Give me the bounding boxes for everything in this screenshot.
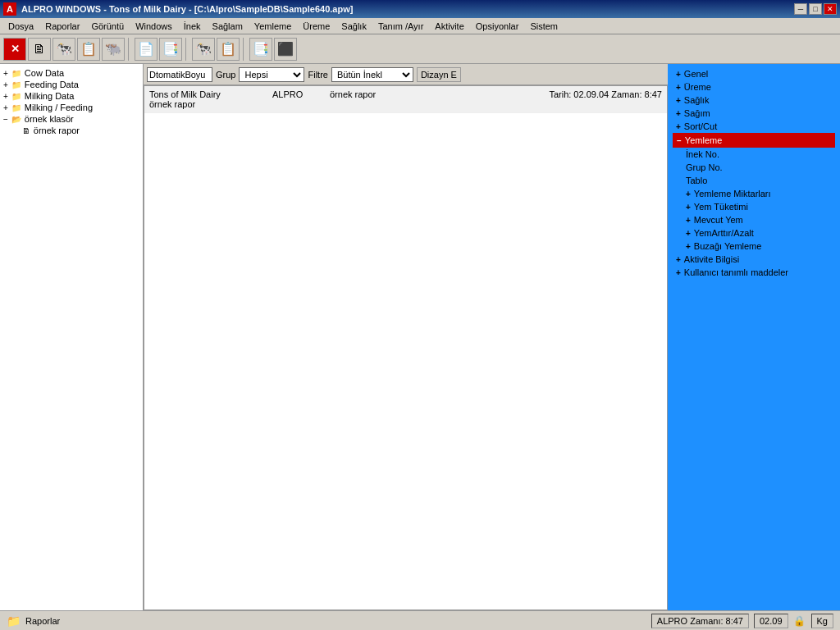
right-label-kt: Kullanıcı tanımlı maddeler (684, 267, 788, 277)
plus-icon-sagim: + (676, 109, 681, 118)
folder-icon-status: 📁 (7, 614, 21, 628)
folder-icon-feeding: 📁 (11, 80, 21, 89)
right-item-tablo[interactable]: Tablo (673, 174, 835, 187)
menu-goruntu[interactable]: Görüntü (86, 20, 129, 33)
automatik-boyu-input[interactable] (147, 67, 212, 82)
report-author-0: ALPRO (272, 89, 322, 99)
right-label-by: Buzağı Yemleme (694, 241, 762, 251)
status-date-text: 02.09 (760, 616, 783, 626)
right-label-ym: Yemleme Miktarları (694, 189, 771, 199)
right-label-yt: Yem Tüketimi (694, 202, 748, 212)
right-item-kullanici[interactable]: + Kullanıcı tanımlı maddeler (673, 266, 835, 279)
title-bar: A ALPRO WINDOWS - Tons of Milk Dairy - [… (0, 0, 840, 18)
doc-icon-or: 🗎 (22, 126, 30, 135)
menu-yemleme[interactable]: Yemleme (249, 20, 296, 33)
right-label-ureme: Üreme (684, 82, 711, 92)
main-container: + 📁 Cow Data + 📁 Feeding Data + 📁 Milkin… (0, 64, 840, 610)
tree-item-ornek-rapor[interactable]: 🗎 örnek rapor (0, 125, 143, 136)
right-item-yemleme-miktarlari[interactable]: + Yemleme Miktarları (673, 187, 835, 200)
right-label-sortcut: Sort/Cut (684, 121, 717, 131)
right-label-ab: Aktivite Bilgisi (684, 254, 739, 264)
right-label-my: Mevcut Yem (694, 215, 743, 225)
status-unit: Kg (811, 614, 833, 628)
minus-icon-yemleme: − (677, 136, 682, 145)
right-item-aktivite[interactable]: + Aktivite Bilgisi (673, 253, 835, 266)
menu-sistem[interactable]: Sistem (525, 20, 563, 33)
tree-label-cow-data: Cow Data (25, 68, 64, 78)
menu-windows[interactable]: Windows (130, 20, 177, 33)
toolbar-btn-cow[interactable]: 🐄 (52, 38, 75, 61)
tree-item-feeding-data[interactable]: + 📁 Feeding Data (0, 79, 143, 90)
menu-ureme[interactable]: Üreme (298, 20, 335, 33)
right-item-yemarttir[interactable]: + YemArttır/Azalt (673, 226, 835, 240)
right-item-genel[interactable]: + Genel (673, 67, 835, 80)
tree-item-ornek-klasor[interactable]: − 📂 örnek klasör (0, 113, 143, 125)
filter-dropdown[interactable]: Bütün İnekl (331, 67, 413, 82)
group-dropdown[interactable]: Hepsi (239, 67, 304, 82)
toolbar-btn-9[interactable]: 📋 (217, 38, 240, 61)
right-label-sagim: Sağım (684, 108, 710, 118)
plus-icon-by: + (686, 242, 691, 251)
toolbar-btn-copy[interactable]: 🗎 (28, 38, 51, 61)
toolbar-btn-cut[interactable]: ✕ (3, 38, 26, 61)
right-label-tablo: Tablo (686, 176, 707, 185)
report-item-0[interactable]: Tons of Milk Dairyörnek rapor ALPRO örne… (144, 86, 667, 113)
tree-item-milking-data[interactable]: + 📁 Milking Data (0, 90, 143, 102)
toolbar-btn-5[interactable]: 🐃 (102, 38, 125, 61)
right-item-inek-no[interactable]: İnek No. (673, 148, 835, 161)
close-button[interactable]: ✕ (824, 3, 837, 15)
menu-dosya[interactable]: Dosya (3, 20, 39, 33)
report-desc-0: örnek rapor (330, 89, 506, 99)
toolbar: ✕ 🗎 🐄 📋 🐃 📄 📑 🐄 📋 📑 ⬛ (0, 34, 840, 64)
lock-icon: 🔒 (793, 614, 806, 628)
tree-label-ornek-rapor: örnek rapor (34, 126, 80, 135)
tree-label-milking-feeding: Milking / Feeding (25, 103, 93, 112)
right-item-sagim[interactable]: + Sağım (673, 107, 835, 120)
right-item-ureme[interactable]: + Üreme (673, 80, 835, 94)
right-item-mevcut-yem[interactable]: + Mevcut Yem (673, 213, 835, 226)
report-name-0: Tons of Milk Dairyörnek rapor (149, 89, 264, 109)
status-time-text: ALPRO Zamanı: 8:47 (657, 616, 743, 626)
plus-icon-sortcut: + (676, 122, 681, 131)
right-item-yem-tuketimi[interactable]: + Yem Tüketimi (673, 200, 835, 213)
restore-button[interactable]: □ (809, 3, 822, 15)
group-label: Grup (216, 70, 235, 80)
folder-icon-mf: 📁 (11, 103, 21, 112)
toolbar-btn-7[interactable]: 📑 (159, 38, 182, 61)
right-item-saglik[interactable]: + Sağlık (673, 94, 835, 107)
expand-icon-milking: + (3, 92, 8, 101)
plus-icon-ym: + (686, 189, 691, 199)
right-item-buzagi[interactable]: + Buzağı Yemleme (673, 240, 835, 253)
status-right: ALPRO Zamanı: 8:47 02.09 🔒 Kg (651, 614, 833, 628)
toolbar-btn-11[interactable]: ⬛ (274, 38, 297, 61)
tree-label-feeding-data: Feeding Data (25, 80, 79, 89)
expand-icon-cow: + (3, 69, 8, 78)
dizayn-button[interactable]: Dizayn E (417, 67, 461, 82)
tree-label-milking-data: Milking Data (25, 91, 75, 101)
sub-toolbar: Grup Hepsi Filtre Bütün İnekl Dizayn E (144, 64, 668, 85)
menu-inek[interactable]: İnek (179, 20, 206, 33)
menu-raporlar[interactable]: Raporlar (40, 20, 84, 33)
menu-tanim-ayir[interactable]: Tanım /Ayır (373, 20, 428, 33)
tree-item-milking-feeding[interactable]: + 📁 Milking / Feeding (0, 102, 143, 113)
menu-opsiyonlar[interactable]: Opsiyonlar (471, 20, 524, 33)
status-bar: 📁 Raporlar ALPRO Zamanı: 8:47 02.09 🔒 Kg (0, 610, 840, 630)
tree-item-cow-data[interactable]: + 📁 Cow Data (0, 67, 143, 79)
right-panel: + Genel + Üreme + Sağlık + Sağım + Sort/… (668, 64, 840, 610)
center-panel: Grup Hepsi Filtre Bütün İnekl Dizayn E T… (144, 64, 668, 610)
toolbar-btn-6[interactable]: 📄 (135, 38, 158, 61)
menu-saglik[interactable]: Sağlık (336, 20, 372, 33)
right-item-yemleme[interactable]: − Yemleme (673, 133, 835, 148)
toolbar-btn-4[interactable]: 📋 (77, 38, 100, 61)
toolbar-btn-10[interactable]: 📑 (249, 38, 272, 61)
right-item-grup-no[interactable]: Grup No. (673, 161, 835, 174)
menu-aktivite[interactable]: Aktivite (430, 20, 468, 33)
plus-icon-my: + (686, 216, 691, 225)
folder-icon-ok: 📂 (11, 115, 21, 124)
minimize-button[interactable]: ─ (794, 3, 807, 15)
menu-saglam[interactable]: Sağlam (208, 20, 248, 33)
folder-icon-cow: 📁 (11, 69, 21, 78)
toolbar-btn-8[interactable]: 🐄 (192, 38, 215, 61)
report-date-0: Tarih: 02.09.04 Zaman: 8:47 (514, 89, 662, 99)
right-item-sortcut[interactable]: + Sort/Cut (673, 120, 835, 133)
